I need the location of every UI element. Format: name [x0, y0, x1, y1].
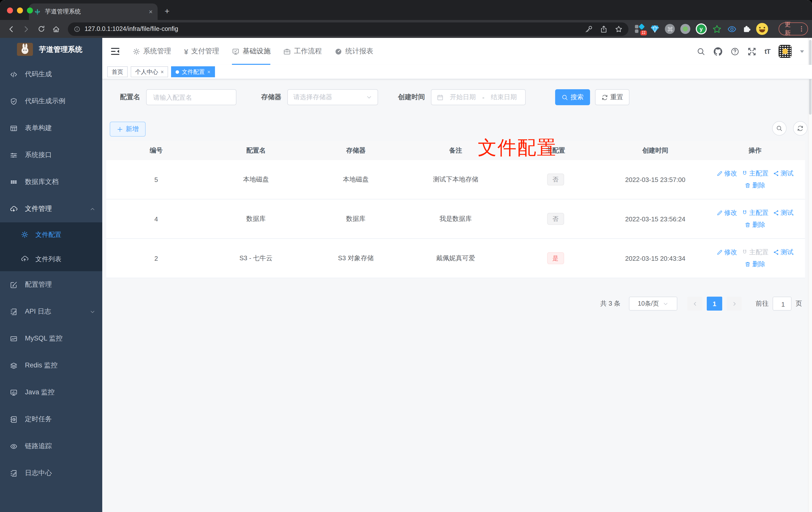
sidebar-item-file-management[interactable]: 文件管理	[0, 195, 102, 222]
sidebar-item-api-log[interactable]: API 日志	[0, 298, 102, 325]
sidebar-subitem-file-config[interactable]: 文件配置	[0, 222, 102, 247]
forward-button[interactable]	[19, 22, 34, 36]
sidebar-fold-icon[interactable]	[110, 47, 120, 56]
cell-storage: S3 对象存储	[306, 239, 406, 278]
sidebar-item-db-doc[interactable]: 数据库文档	[0, 169, 102, 195]
config-name-input[interactable]	[152, 93, 230, 101]
maximize-window-button[interactable]	[27, 7, 33, 13]
minimize-window-button[interactable]	[17, 7, 23, 13]
text-size-icon[interactable]: tT	[764, 48, 770, 55]
nav-statistics-report[interactable]: 统计报表	[328, 38, 380, 65]
search-icon[interactable]	[697, 47, 705, 56]
extension-star-icon[interactable]	[712, 24, 722, 34]
reload-button[interactable]	[34, 22, 49, 36]
url-text[interactable]: 127.0.0.1:1024/infra/file/file-config	[85, 25, 178, 32]
user-avatar[interactable]	[779, 45, 791, 58]
nav-workflow[interactable]: 工作流程	[277, 38, 328, 65]
end-date-placeholder[interactable]: 结束日期	[488, 93, 520, 102]
add-button[interactable]: 新增	[110, 122, 146, 137]
config-name-field[interactable]	[146, 89, 236, 105]
sidebar-subitem-file-list[interactable]: 文件列表	[0, 247, 102, 271]
master-config-link[interactable]: 主配置	[742, 169, 768, 178]
sidebar-logo[interactable]: 芋道管理系统	[0, 38, 102, 61]
storage-select[interactable]: 请选择存储器	[287, 89, 378, 105]
fullscreen-icon[interactable]	[748, 47, 756, 56]
yen-icon: ¥	[184, 48, 188, 55]
gear-icon	[21, 231, 28, 238]
pencil-icon	[717, 249, 723, 255]
reset-button[interactable]: 重置	[595, 89, 630, 105]
start-date-placeholder[interactable]: 开始日期	[447, 93, 479, 102]
sidebar-item-java-monitor[interactable]: Java 监控	[0, 379, 102, 406]
edit-link[interactable]: 修改	[717, 169, 737, 178]
sidebar-item-log-center[interactable]: 日志中心	[0, 460, 102, 487]
nav-infrastructure[interactable]: 基础设施	[226, 38, 277, 65]
file-config-table: 编号 配置名 存储器 备注 主配置 创建时间 操作 5 本地磁盘 本地磁盘 测试…	[106, 141, 805, 278]
extension-gray-green-icon[interactable]	[680, 24, 690, 34]
tag-tab-file-config[interactable]: 文件配置 ×	[171, 66, 215, 77]
prev-page-button[interactable]	[687, 297, 702, 310]
extension-blocks-icon[interactable]: 11	[635, 24, 645, 34]
tag-tab-profile[interactable]: 个人中心 ×	[131, 66, 168, 77]
table-refresh-button[interactable]	[793, 121, 808, 135]
tag-tab-home[interactable]: 首页	[107, 66, 128, 77]
extension-y-icon[interactable]: y	[696, 24, 707, 34]
password-key-icon[interactable]	[585, 25, 593, 33]
github-icon[interactable]	[714, 47, 722, 56]
goto-page-input[interactable]	[773, 297, 793, 311]
sidebar-item-system-api[interactable]: 系统接口	[0, 142, 102, 169]
master-config-link[interactable]: 主配置	[742, 208, 768, 217]
close-icon[interactable]: ×	[207, 69, 210, 75]
edit-link[interactable]: 修改	[717, 248, 737, 257]
sidebar-item-config-management[interactable]: 配置管理	[0, 271, 102, 298]
sidebar-item-trace[interactable]: 链路追踪	[0, 433, 102, 460]
site-info-icon[interactable]	[74, 26, 80, 32]
tab-close-icon[interactable]: ×	[149, 8, 153, 16]
profile-avatar-emoji[interactable]	[756, 23, 768, 35]
nav-system-management[interactable]: 系统管理	[126, 38, 178, 65]
close-icon[interactable]: ×	[161, 69, 164, 75]
next-page-button[interactable]	[727, 297, 742, 310]
bookmark-star-icon[interactable]	[615, 25, 623, 33]
date-range-picker[interactable]: 开始日期 - 结束日期	[431, 89, 526, 105]
sidebar-item-redis-monitor[interactable]: Redis 监控	[0, 352, 102, 379]
new-tab-button[interactable]: +	[161, 5, 174, 18]
edit-link[interactable]: 修改	[717, 208, 737, 217]
sidebar-item-mysql-monitor[interactable]: MySQL 监控	[0, 325, 102, 352]
master-tag: 是	[547, 252, 564, 264]
sidebar-item-code-gen[interactable]: 代码生成	[0, 61, 102, 88]
share-icon[interactable]	[600, 25, 608, 33]
delete-link[interactable]: 删除	[745, 260, 765, 269]
sidebar-item-scheduled-tasks[interactable]: 定时任务	[0, 406, 102, 433]
goto-page-field[interactable]	[773, 297, 791, 310]
address-bar[interactable]: 127.0.0.1:1024/infra/file/file-config	[67, 22, 629, 36]
scrollbar[interactable]	[808, 38, 812, 512]
test-link[interactable]: 测试	[773, 248, 793, 257]
table-search-toggle-button[interactable]	[772, 121, 787, 135]
extension-eye-icon[interactable]	[727, 24, 736, 34]
browser-menu-dots-icon[interactable]	[798, 25, 805, 32]
browser-tab[interactable]: 芋道管理系统 ×	[29, 3, 157, 20]
close-window-button[interactable]	[7, 7, 13, 13]
search-button[interactable]: 搜索	[555, 89, 590, 105]
master-config-link-disabled: 主配置	[742, 248, 768, 257]
test-link[interactable]: 测试	[773, 169, 793, 178]
extensions-puzzle-icon[interactable]	[742, 24, 751, 33]
page-number-current[interactable]: 1	[707, 297, 722, 310]
test-link[interactable]: 测试	[773, 208, 793, 217]
extension-gem-icon[interactable]	[650, 24, 659, 33]
back-button[interactable]	[4, 22, 19, 36]
delete-link[interactable]: 删除	[745, 220, 765, 229]
eye-icon	[10, 443, 18, 450]
sidebar-item-code-gen-example[interactable]: 代码生成示例	[0, 88, 102, 115]
extension-command-icon[interactable]	[665, 24, 675, 34]
avatar-caret-down-icon[interactable]	[800, 50, 804, 53]
browser-update-button[interactable]: 更新	[779, 23, 808, 35]
help-question-icon[interactable]	[731, 47, 739, 56]
nav-payment-management[interactable]: ¥ 支付管理	[178, 38, 226, 65]
home-button[interactable]	[49, 22, 64, 36]
monitor-check-icon	[232, 48, 240, 55]
page-size-select[interactable]: 10条/页	[629, 297, 677, 310]
sidebar-item-form-builder[interactable]: 表单构建	[0, 115, 102, 142]
delete-link[interactable]: 删除	[745, 181, 765, 190]
